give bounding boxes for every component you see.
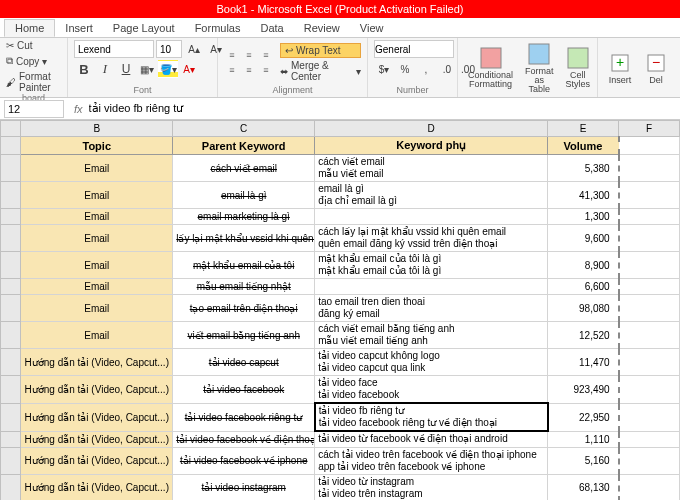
border-button[interactable]: ▦▾ — [137, 60, 157, 78]
parent-cell[interactable]: tải video capcut — [173, 349, 315, 376]
fx-icon[interactable]: fx — [74, 103, 83, 115]
font-size-select[interactable] — [156, 40, 182, 58]
topic-cell[interactable]: Hướng dẫn tải (Video, Capcut...) — [21, 403, 173, 431]
header-volume[interactable]: Volume — [548, 137, 619, 155]
keyword-cell[interactable]: cách viết emailmẫu viết email — [315, 155, 548, 182]
keyword-cell[interactable]: mật khẩu email của tôi là gìmật khẩu ema… — [315, 252, 548, 279]
worksheet[interactable]: BCDEF Topic Parent Keyword Keyword phụ V… — [0, 120, 680, 500]
cell[interactable] — [619, 279, 680, 295]
parent-cell[interactable]: cách viết email — [173, 155, 315, 182]
tab-formulas[interactable]: Formulas — [185, 20, 251, 36]
keyword-cell[interactable]: tải video fb riêng tưtải video facebook … — [315, 403, 548, 431]
align-top-icon[interactable]: ≡ — [224, 48, 240, 62]
conditional-formatting-button[interactable]: Conditional Formatting — [464, 46, 517, 89]
align-right-icon[interactable]: ≡ — [258, 63, 274, 77]
align-bot-icon[interactable]: ≡ — [258, 48, 274, 62]
tab-view[interactable]: View — [350, 20, 394, 36]
keyword-cell[interactable] — [315, 279, 548, 295]
insert-button[interactable]: +Insert — [604, 51, 636, 85]
volume-cell[interactable]: 22,950 — [548, 403, 619, 431]
grow-font-icon[interactable]: A▴ — [184, 40, 204, 58]
parent-cell[interactable]: tải video facebook — [173, 376, 315, 404]
tab-home[interactable]: Home — [4, 19, 55, 37]
row-header[interactable] — [1, 349, 21, 376]
header-topic[interactable]: Topic — [21, 137, 173, 155]
fill-color-button[interactable]: 🪣▾ — [158, 60, 178, 78]
cell[interactable] — [619, 474, 680, 500]
volume-cell[interactable]: 68,130 — [548, 474, 619, 500]
underline-button[interactable]: U — [116, 60, 136, 78]
keyword-cell[interactable]: cách lấy lại mật khẩu vssid khi quên ema… — [315, 225, 548, 252]
cell[interactable] — [619, 322, 680, 349]
parent-cell[interactable]: tải video facebook về iphone — [173, 447, 315, 474]
cell-styles-button[interactable]: Cell Styles — [562, 46, 595, 89]
volume-cell[interactable]: 5,160 — [548, 447, 619, 474]
cell[interactable] — [619, 295, 680, 322]
keyword-cell[interactable] — [315, 209, 548, 225]
row-header[interactable] — [1, 322, 21, 349]
topic-cell[interactable]: Hướng dẫn tải (Video, Capcut...) — [21, 474, 173, 500]
comma-icon[interactable]: , — [416, 60, 436, 78]
number-format-select[interactable] — [374, 40, 454, 58]
volume-cell[interactable]: 923,490 — [548, 376, 619, 404]
tab-data[interactable]: Data — [250, 20, 293, 36]
cell[interactable] — [619, 431, 680, 447]
percent-icon[interactable]: % — [395, 60, 415, 78]
keyword-cell[interactable]: tải video từ facebook về điện thoại andr… — [315, 431, 548, 447]
font-color-button[interactable]: A▾ — [179, 60, 199, 78]
row-header[interactable] — [1, 182, 21, 209]
topic-cell[interactable]: Email — [21, 322, 173, 349]
topic-cell[interactable]: Email — [21, 252, 173, 279]
cell[interactable] — [619, 182, 680, 209]
align-mid-icon[interactable]: ≡ — [241, 48, 257, 62]
parent-cell[interactable]: tải video facebook về điện thoại android — [173, 431, 315, 447]
format-as-table-button[interactable]: Format as Table — [521, 42, 558, 94]
row-header[interactable] — [1, 403, 21, 431]
parent-cell[interactable]: email là gì — [173, 182, 315, 209]
row-header[interactable] — [1, 279, 21, 295]
col-header[interactable]: C — [173, 121, 315, 137]
row-header[interactable] — [1, 447, 21, 474]
row-header[interactable] — [1, 225, 21, 252]
name-box[interactable] — [4, 100, 64, 118]
volume-cell[interactable]: 11,470 — [548, 349, 619, 376]
volume-cell[interactable]: 8,900 — [548, 252, 619, 279]
row-header[interactable] — [1, 155, 21, 182]
topic-cell[interactable]: Hướng dẫn tải (Video, Capcut...) — [21, 376, 173, 404]
topic-cell[interactable]: Email — [21, 225, 173, 252]
topic-cell[interactable]: Hướng dẫn tải (Video, Capcut...) — [21, 431, 173, 447]
parent-cell[interactable]: mật khẩu email của tôi — [173, 252, 315, 279]
volume-cell[interactable]: 98,080 — [548, 295, 619, 322]
formula-input[interactable] — [89, 100, 680, 118]
col-header[interactable] — [1, 121, 21, 137]
volume-cell[interactable]: 41,300 — [548, 182, 619, 209]
col-header[interactable]: F — [619, 121, 680, 137]
volume-cell[interactable]: 1,300 — [548, 209, 619, 225]
keyword-cell[interactable]: tải video từ instagramtải video trên ins… — [315, 474, 548, 500]
col-header[interactable]: B — [21, 121, 173, 137]
format-painter-button[interactable]: 🖌Format Painter — [6, 71, 61, 93]
parent-cell[interactable]: lấy lại mật khẩu vssid khi quên email — [173, 225, 315, 252]
volume-cell[interactable]: 5,380 — [548, 155, 619, 182]
col-header[interactable]: E — [548, 121, 619, 137]
volume-cell[interactable]: 9,600 — [548, 225, 619, 252]
keyword-cell[interactable]: tải video capcut không logotải video cap… — [315, 349, 548, 376]
merge-center-button[interactable]: ⬌Merge & Center ▾ — [280, 60, 361, 82]
cell[interactable] — [619, 376, 680, 404]
topic-cell[interactable]: Email — [21, 182, 173, 209]
volume-cell[interactable]: 12,520 — [548, 322, 619, 349]
row-header[interactable] — [1, 295, 21, 322]
volume-cell[interactable]: 6,600 — [548, 279, 619, 295]
parent-cell[interactable]: mẫu email tiếng nhật — [173, 279, 315, 295]
parent-cell[interactable]: tạo email trên điện thoại — [173, 295, 315, 322]
cell[interactable] — [619, 137, 680, 155]
align-center-icon[interactable]: ≡ — [241, 63, 257, 77]
row-header[interactable] — [1, 252, 21, 279]
delete-button[interactable]: −Del — [640, 51, 672, 85]
align-left-icon[interactable]: ≡ — [224, 63, 240, 77]
bold-button[interactable]: B — [74, 60, 94, 78]
cell[interactable] — [619, 155, 680, 182]
keyword-cell[interactable]: cách viết email bằng tiếng anhmẫu viết e… — [315, 322, 548, 349]
col-header[interactable]: D — [315, 121, 548, 137]
topic-cell[interactable]: Email — [21, 279, 173, 295]
